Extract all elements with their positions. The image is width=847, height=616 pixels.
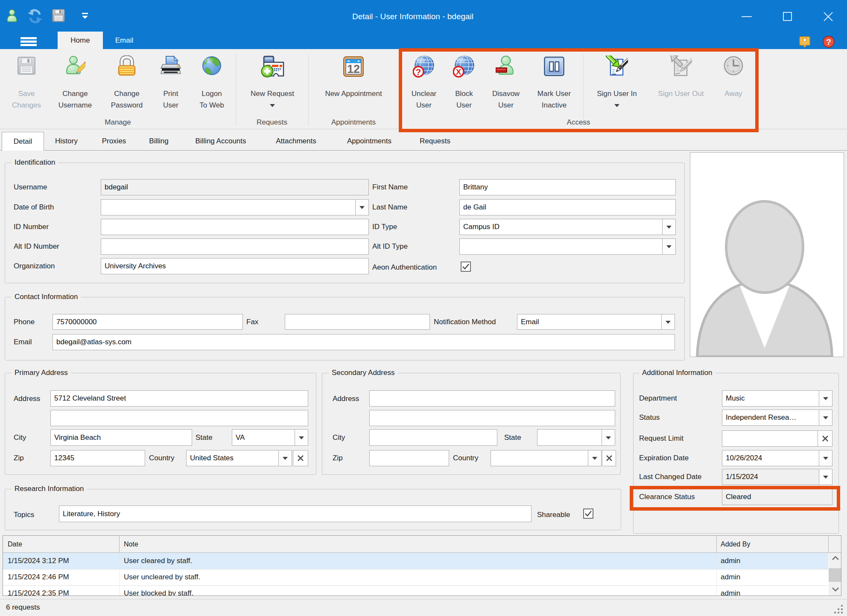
svg-text:?: ?: [826, 38, 831, 46]
svg-text:12: 12: [347, 63, 360, 76]
